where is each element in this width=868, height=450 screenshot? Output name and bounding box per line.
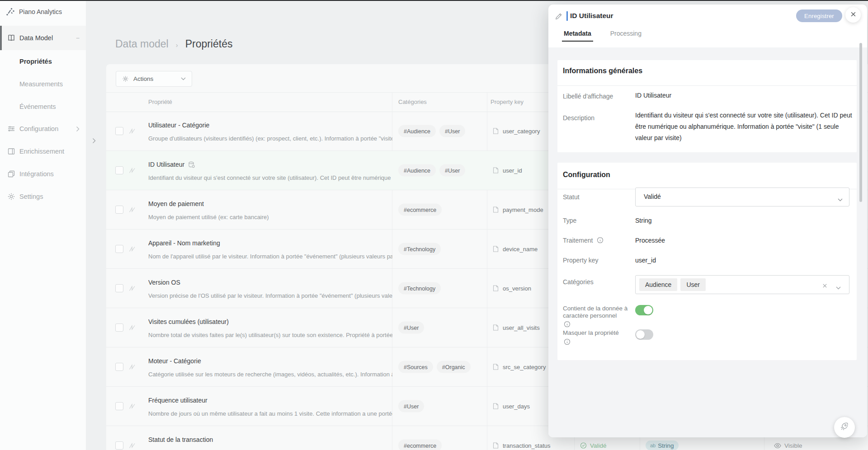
row-checkbox[interactable] (115, 441, 123, 450)
book-icon (7, 34, 15, 42)
statut-select[interactable]: Validé (635, 188, 849, 206)
visibility-text: Visible (784, 442, 802, 449)
zigzag-icon (129, 324, 136, 333)
close-icon (850, 11, 856, 19)
visibility-badge: Visible (774, 442, 802, 449)
type-text: String (658, 442, 674, 449)
category-chip: #User (439, 125, 465, 137)
property-title-text: Utilisateur - Catégorie (148, 122, 209, 129)
property-key-text: user_days (503, 403, 530, 410)
row-checkbox[interactable] (115, 363, 123, 371)
row-checkbox[interactable] (115, 206, 123, 214)
panel-category-chip[interactable]: User (680, 278, 706, 291)
sidebar-item-settings[interactable]: Settings (0, 185, 86, 208)
row-checkbox[interactable] (115, 127, 123, 135)
personal-data-toggle[interactable] (635, 305, 653, 315)
doc-icon (493, 246, 499, 253)
sidebar-item-data-model[interactable]: Data Model− (0, 26, 86, 50)
property-key: transaction_status (493, 442, 551, 449)
panel-scrollbar[interactable] (859, 43, 862, 202)
doc-icon (493, 285, 499, 292)
type-prefix: ab (650, 443, 656, 448)
chevron-down-icon[interactable] (836, 283, 841, 291)
info-icon[interactable] (597, 237, 604, 244)
category-chips: #User (398, 400, 428, 412)
breadcrumb-parent[interactable]: Data model (115, 38, 169, 50)
copy-icon (7, 170, 15, 178)
property-title-text: Appareil - Nom marketing (148, 239, 220, 247)
property-key-value: user_id (635, 257, 656, 264)
assistant-fab-button[interactable] (834, 417, 855, 438)
sidebar-item-evenements[interactable]: Événements (0, 95, 86, 118)
row-expander-chevron-icon[interactable] (92, 137, 96, 145)
panel-tabs: Metadata Processing (564, 30, 642, 42)
close-button[interactable] (845, 7, 861, 23)
info-icon[interactable] (564, 338, 571, 347)
category-chip: #Technology (398, 243, 441, 255)
doc-icon (493, 442, 499, 449)
zigzag-icon (129, 364, 136, 372)
property-description: Nombre de jours où un même utilisateur a… (148, 410, 392, 417)
property-key-text: payment_mode (503, 206, 543, 213)
sidebar-item-label: Settings (19, 193, 43, 200)
categories-input[interactable]: AudienceUser (635, 275, 849, 294)
chevron-right-icon (76, 126, 80, 132)
doc-icon (493, 206, 499, 213)
sidebar-item-configuration[interactable]: Configuration (0, 117, 86, 140)
sidebar-item-label: Intégrations (19, 170, 54, 178)
info-icon[interactable] (564, 321, 571, 329)
row-checkbox[interactable] (115, 284, 123, 292)
save-button[interactable]: Enregistrer (796, 9, 842, 22)
configuration-card: Configuration Statut Validé Type String … (557, 163, 857, 360)
active-indicator (0, 26, 2, 50)
property-title: Utilisateur - Catégorie (148, 122, 209, 129)
panel-title[interactable]: ID Utilisateur (570, 12, 613, 20)
property-title: Moteur - Catégorie (148, 357, 201, 365)
edit-pencil-icon[interactable] (555, 13, 562, 22)
type-label: Type (563, 217, 576, 224)
row-checkbox[interactable] (115, 323, 123, 332)
property-key-text: user_all_visits (503, 324, 540, 331)
status-text: Validé (590, 442, 607, 449)
statut-label: Statut (563, 193, 580, 201)
chevron-down-icon (181, 77, 186, 80)
sliders-icon (7, 125, 15, 133)
sidebar-item-integrations[interactable]: Intégrations (0, 163, 86, 185)
row-checkbox[interactable] (115, 166, 123, 174)
hide-property-toggle[interactable] (635, 329, 653, 340)
chevron-down-icon (838, 195, 843, 203)
check-circle-icon (580, 442, 587, 449)
property-key-label: Property key (563, 257, 599, 264)
type-badge: abString (646, 441, 679, 450)
sidebar-item-proprietes[interactable]: Propriétés (0, 50, 86, 73)
category-chips: #Technology (398, 243, 444, 255)
property-title: Version OS (148, 279, 180, 286)
sidebar-item-label: Measurements (19, 80, 63, 88)
actions-button[interactable]: Actions (116, 71, 192, 87)
property-title: Visites cumulées (utilisateur) (148, 318, 229, 325)
property-title: Statut de la transaction (148, 436, 213, 443)
tab-processing[interactable]: Processing (610, 30, 642, 42)
sidebar-item-label: Data Model (19, 34, 53, 42)
display-name-value: ID Utilisateur (635, 92, 671, 99)
property-key: os_version (493, 285, 531, 292)
gear-icon (7, 192, 15, 201)
category-chip: #Audience (398, 125, 436, 137)
property-title: Fréquence utilisateur (148, 397, 208, 404)
category-chips: #User (398, 322, 428, 334)
sidebar-item-enrichissement[interactable]: Enrichissement (0, 140, 86, 163)
category-chips: #Technology (398, 282, 444, 295)
panel-category-chip[interactable]: Audience (639, 278, 677, 291)
sidebar-item-label: Enrichissement (19, 148, 64, 155)
sidebar-item-measurements[interactable]: Measurements (0, 73, 86, 95)
row-checkbox[interactable] (115, 245, 123, 253)
clear-icon[interactable] (822, 282, 827, 290)
column-header-key: Property key (491, 98, 524, 105)
property-description: Version précise de l'OS utilisé par le v… (148, 292, 392, 299)
row-checkbox[interactable] (115, 402, 123, 410)
property-description: Moyen de paiement utilisé (ex: carte ban… (148, 214, 392, 220)
toggle-knob (644, 306, 652, 314)
property-title-text: Visites cumulées (utilisateur) (148, 318, 229, 325)
category-chip: #ecommerce (398, 440, 442, 450)
tab-metadata[interactable]: Metadata (564, 30, 591, 42)
